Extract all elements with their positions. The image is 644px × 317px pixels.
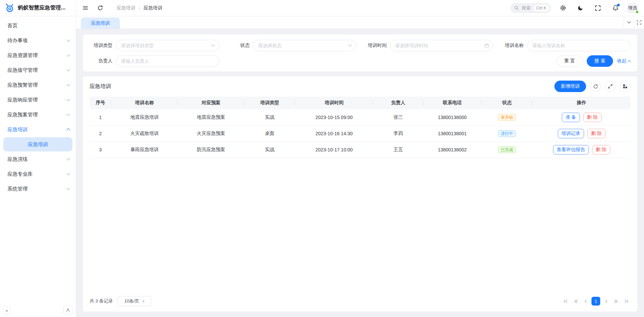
filter-training-name: 培训名称	[501, 40, 631, 51]
breadcrumb-separator-icon: ›	[139, 6, 140, 10]
calendar-icon	[484, 43, 489, 48]
sidebar-item-training[interactable]: 应急培训	[0, 122, 76, 137]
prepare-button[interactable]: 准 备	[562, 113, 580, 122]
tab-training[interactable]: 应急培训	[81, 18, 120, 29]
sidebar-item-duty-mgmt[interactable]: 应急值守管理	[0, 63, 76, 78]
training-name-input[interactable]	[527, 40, 631, 51]
current-page-button[interactable]: 1	[591, 297, 600, 306]
fullscreen-icon[interactable]	[592, 2, 604, 14]
col-phone: 联系电话	[423, 96, 481, 109]
caret-down-icon: ▾	[142, 299, 144, 304]
delete-button[interactable]: 删 除	[592, 145, 610, 154]
tab-list-dropdown-icon[interactable]	[624, 16, 634, 29]
sidebar-item-warning-mgmt[interactable]: 应急预警管理	[0, 78, 76, 92]
user-menu[interactable]: 理员	[627, 3, 638, 13]
filter-panel: 培训类型 状态	[83, 34, 637, 71]
header-right-tools: 搜索 Ctrl K	[510, 2, 644, 14]
sidebar-collapse-button[interactable]: «	[3, 306, 11, 314]
filter-label: 培训时间	[364, 42, 387, 49]
tab-bar: 应急培训	[76, 16, 644, 29]
status-badge: 进行中	[498, 130, 516, 137]
table-header-row: 序号 培训名称 对应预案 培训类型 培训时间 负责人 联系电话 状态 操作	[90, 96, 631, 109]
filter-label: 负责人	[90, 58, 112, 64]
training-time-datepicker[interactable]	[390, 40, 493, 51]
menu-toggle-icon[interactable]	[79, 2, 91, 14]
notifications[interactable]	[610, 2, 621, 14]
training-type-select[interactable]	[116, 40, 219, 51]
col-actions: 操作	[533, 96, 631, 109]
online-status-dot	[636, 10, 639, 13]
view-report-button[interactable]: 查看评估报告	[553, 145, 589, 154]
first-page-button[interactable]	[561, 297, 570, 306]
table-refresh-icon[interactable]	[590, 81, 601, 92]
col-name: 培训名称	[111, 96, 178, 109]
chevron-down-icon	[66, 67, 70, 71]
status-badge: 未开始	[498, 114, 516, 121]
sidebar-item-plan-mgmt[interactable]: 应急预案管理	[0, 107, 76, 122]
filter-label: 状态	[227, 42, 250, 49]
search-shortcut: Ctrl K	[533, 5, 549, 11]
sidebar-subitem-training[interactable]: 应急培训	[3, 137, 72, 151]
chevron-down-icon	[66, 38, 70, 41]
col-owner: 负责人	[373, 96, 423, 109]
filter-status: 状态	[227, 40, 356, 51]
breadcrumb-current: 应急培训	[143, 5, 162, 11]
sidebar-item-expert-library[interactable]: 应急专业库	[0, 167, 76, 181]
chevron-down-icon	[66, 171, 70, 175]
assistant-icon[interactable]	[63, 306, 73, 315]
dark-mode-moon-icon[interactable]	[575, 2, 586, 14]
table-wrapper: 序号 培训名称 对应预案 培训类型 培训时间 负责人 联系电话 状态 操作	[83, 96, 637, 158]
table-card-header: 应急培训 新增培训	[83, 76, 637, 96]
total-records: 共 3 条记录	[90, 298, 113, 304]
ant-logo-icon	[5, 3, 15, 13]
filter-label: 培训类型	[90, 42, 112, 49]
refresh-icon[interactable]	[94, 2, 106, 14]
brand[interactable]: 蚂蚁智慧应急管理...	[0, 0, 76, 16]
sidebar-item-response-mgmt[interactable]: 应急响应管理	[0, 92, 76, 107]
delete-button[interactable]: 删 除	[583, 113, 602, 122]
search-button[interactable]: 搜 索	[587, 55, 613, 67]
training-table: 序号 培训名称 对应预案 培训类型 培训时间 负责人 联系电话 状态 操作	[90, 96, 631, 158]
col-plan: 对应预案	[178, 96, 245, 109]
global-search[interactable]: 搜索 Ctrl K	[510, 3, 551, 13]
settings-gear-icon[interactable]	[557, 2, 569, 14]
prev-page-button[interactable]	[581, 297, 590, 306]
owner-input[interactable]	[116, 55, 219, 67]
column-settings-icon[interactable]	[620, 81, 631, 92]
sidebar-item-resource-mgmt[interactable]: 应急资源管理	[0, 48, 76, 63]
status-select[interactable]	[253, 40, 356, 51]
pagination-bar: 共 3 条记录 10条/页 ▾	[83, 291, 637, 312]
training-record-button[interactable]: 培训记录	[558, 129, 584, 138]
col-index: 序号	[90, 96, 111, 109]
sidebar-item-todos[interactable]: 待办事项	[0, 33, 76, 48]
app-title: 蚂蚁智慧应急管理...	[18, 4, 65, 11]
breadcrumb: 应急培训 › 应急培训	[117, 5, 162, 11]
breadcrumb-parent[interactable]: 应急培训	[117, 5, 135, 11]
page-content: 培训类型 状态	[76, 29, 644, 317]
sidebar-item-home[interactable]: 首页	[0, 18, 76, 33]
filter-training-type: 培训类型	[90, 40, 219, 51]
delete-button[interactable]: 删 除	[587, 129, 606, 138]
reset-button[interactable]: 重 置	[556, 55, 583, 67]
table-row: 2 火灾疏散培训 火灾应急预案 桌面 2023-10-16 14:30 李四 1…	[90, 125, 631, 142]
chevron-down-icon	[211, 45, 215, 47]
chevron-down-icon	[66, 53, 70, 56]
sidebar-item-system-mgmt[interactable]: 系统管理	[0, 181, 76, 196]
add-training-button[interactable]: 新增培训	[554, 81, 586, 92]
chevron-down-icon	[348, 45, 352, 47]
last-page-button[interactable]	[622, 297, 631, 306]
chevron-up-icon	[628, 60, 631, 63]
page-size-select[interactable]: 10条/页 ▾	[118, 296, 151, 306]
filter-actions: 重 置 搜 索 收起	[227, 55, 631, 67]
col-type: 培训类型	[244, 96, 295, 109]
filter-label: 培训名称	[501, 42, 524, 49]
sidebar-item-drill[interactable]: 应急演练	[0, 152, 76, 167]
content-maximize-icon[interactable]	[634, 16, 644, 29]
back-five-pages-button[interactable]	[571, 297, 580, 306]
collapse-filters-link[interactable]: 收起	[617, 58, 631, 64]
next-page-button[interactable]	[602, 297, 610, 306]
table-row: 3 暴雨应急培训 防汛应急预案 实战 2023-10-17 10:00 王五 1…	[90, 142, 631, 158]
forward-five-pages-button[interactable]	[612, 297, 620, 306]
table-fullscreen-icon[interactable]	[605, 81, 616, 92]
chevron-up-icon	[66, 128, 70, 132]
